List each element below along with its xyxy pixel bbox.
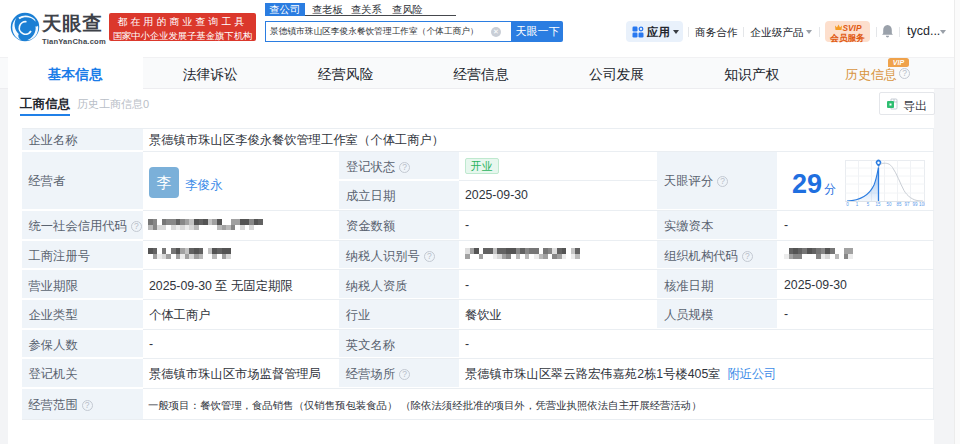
svg-text:1: 1: [856, 202, 859, 206]
svg-text:97: 97: [904, 202, 910, 206]
svg-text:85: 85: [896, 202, 902, 206]
svg-text:5: 5: [867, 202, 870, 206]
svg-text:50: 50: [886, 202, 892, 206]
svg-text:0: 0: [846, 202, 849, 206]
svg-text:99: 99: [912, 202, 918, 206]
svg-text:100: 100: [919, 202, 925, 206]
svg-text:15: 15: [875, 202, 881, 206]
